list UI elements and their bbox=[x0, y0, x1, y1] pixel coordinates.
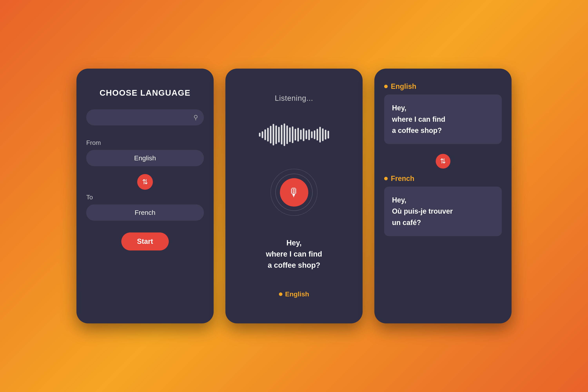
listening-label: Listening... bbox=[275, 94, 313, 102]
source-section: English Hey,where I can finda coffee sho… bbox=[384, 82, 502, 144]
mic-icon: 🎙 bbox=[288, 186, 300, 199]
source-dot bbox=[384, 85, 388, 88]
swap-result-icon: ⇅ bbox=[440, 157, 446, 165]
screen-title: CHOOSE LANGUAGE bbox=[100, 88, 190, 98]
wave-bar bbox=[262, 131, 263, 138]
wave-bar bbox=[270, 126, 272, 144]
source-lang-header: English bbox=[384, 82, 502, 90]
wave-bar bbox=[289, 128, 291, 142]
wave-bar bbox=[292, 126, 294, 143]
lang-indicator-text: English bbox=[285, 290, 309, 298]
source-lang-label: English bbox=[391, 82, 416, 90]
wave-bar bbox=[319, 127, 321, 142]
wave-bar bbox=[259, 133, 260, 136]
swap-icon: ⇅ bbox=[142, 178, 148, 186]
wave-bar bbox=[286, 126, 288, 144]
screens-container: CHOOSE LANGUAGE ⚲ From English ⇅ To Fren… bbox=[76, 68, 512, 324]
screen-listening: Listening... 🎙 Hey,where I can finda cof… bbox=[226, 68, 362, 324]
wave-bar bbox=[300, 130, 302, 140]
source-translation-text: Hey,where I can finda coffee shop? bbox=[392, 102, 494, 136]
wave-bar bbox=[328, 131, 329, 138]
wave-bar bbox=[314, 130, 315, 139]
waveform-container bbox=[235, 122, 353, 148]
wave-bar bbox=[325, 130, 326, 140]
wave-bar bbox=[294, 129, 296, 140]
target-section: French Hey,Où puis-je trouverun café? bbox=[384, 174, 502, 236]
wave-bar bbox=[311, 131, 312, 138]
wave-bar bbox=[276, 126, 277, 144]
wave-bar bbox=[322, 128, 324, 141]
wave-bar bbox=[306, 130, 307, 139]
wave-bar bbox=[264, 129, 266, 140]
target-lang-label: French bbox=[391, 174, 414, 183]
to-language-button[interactable]: French bbox=[86, 204, 204, 221]
screen-translation-result: English Hey,where I can finda coffee sho… bbox=[374, 68, 512, 324]
waveform bbox=[259, 123, 329, 146]
wave-bar bbox=[308, 129, 310, 140]
swap-center: ⇅ bbox=[384, 154, 502, 168]
target-dot bbox=[384, 177, 388, 180]
wave-bar bbox=[273, 124, 274, 146]
start-button[interactable]: Start bbox=[121, 232, 169, 250]
from-label: From bbox=[86, 139, 101, 146]
target-translation-card: Hey,Où puis-je trouverun café? bbox=[384, 186, 502, 236]
to-label: To bbox=[86, 194, 93, 201]
wave-bar bbox=[267, 128, 269, 142]
wave-bar bbox=[281, 125, 282, 144]
wave-bar bbox=[316, 129, 318, 140]
search-icon: ⚲ bbox=[194, 114, 198, 121]
lang-indicator: English bbox=[279, 290, 309, 298]
screen-choose-language: CHOOSE LANGUAGE ⚲ From English ⇅ To Fren… bbox=[76, 68, 214, 324]
lang-dot bbox=[279, 292, 282, 296]
wave-bar bbox=[303, 128, 304, 141]
transcribed-text: Hey,where I can finda coffee shop? bbox=[266, 237, 322, 271]
wave-bar bbox=[284, 124, 285, 146]
mic-button[interactable]: 🎙 bbox=[280, 178, 308, 206]
search-bar[interactable]: ⚲ bbox=[86, 109, 204, 126]
from-language-button[interactable]: English bbox=[86, 150, 204, 166]
wave-bar bbox=[297, 128, 299, 142]
swap-button-result[interactable]: ⇅ bbox=[436, 154, 450, 168]
mic-area: 🎙 bbox=[268, 167, 320, 218]
swap-languages-button[interactable]: ⇅ bbox=[137, 174, 153, 190]
source-translation-card: Hey,where I can finda coffee shop? bbox=[384, 94, 502, 144]
target-translation-text: Hey,Où puis-je trouverun café? bbox=[392, 194, 494, 228]
target-lang-header: French bbox=[384, 174, 502, 183]
wave-bar bbox=[278, 127, 280, 142]
